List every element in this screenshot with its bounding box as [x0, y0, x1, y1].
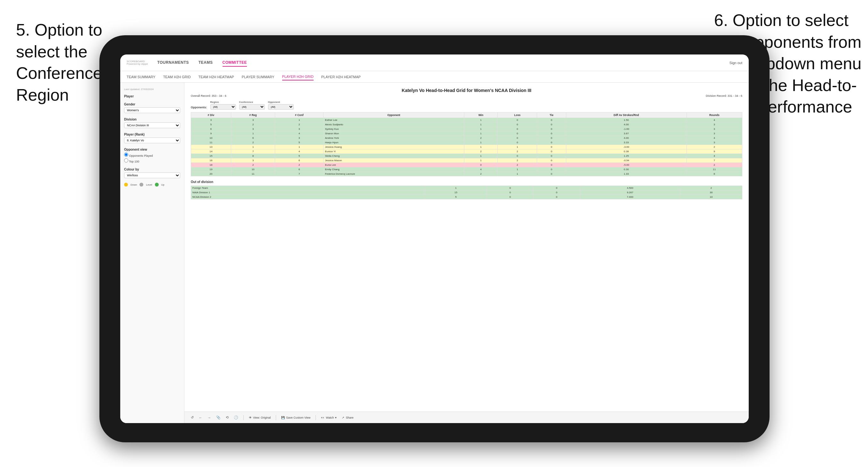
division-select[interactable]: NCAA Division III [124, 122, 180, 128]
cell-div: 9 [191, 131, 231, 136]
cell-win: 0 [464, 163, 498, 167]
filter-row: Opponents: Region (All) Conference (All) [191, 101, 742, 110]
cell-diff: 4.00 [566, 136, 686, 141]
cell-loss: 2 [498, 158, 537, 163]
conference-filter-select[interactable]: (All) [239, 104, 265, 110]
cell-loss: 1 [498, 145, 537, 149]
undo-icon[interactable]: ↺ [191, 415, 194, 419]
subnav-team-summary[interactable]: TEAM SUMMARY [127, 74, 156, 80]
cell-loss: 0 [498, 154, 537, 158]
up-label: Up [161, 183, 164, 186]
opponent-filter-group: Opponent (All) [268, 101, 294, 110]
gender-select[interactable]: Women's [124, 107, 180, 113]
col-loss: Loss [498, 113, 537, 118]
cell-rounds: 6 [686, 172, 742, 176]
clock-icon[interactable]: 🕐 [234, 415, 238, 419]
records-row: Overall Record: 353 - 34 - 6 Division Re… [191, 94, 742, 97]
cell-rounds: 4 [686, 118, 742, 122]
view-original-btn[interactable]: 👁 View: Original [249, 416, 271, 419]
nav-tournaments[interactable]: TOURNAMENTS [157, 59, 189, 67]
player-rank-label: Player (Rank) [124, 133, 180, 136]
grid-content: Katelyn Vo Head-to-Head Grid for Women's… [184, 83, 749, 423]
out-cell-win: 5 [425, 195, 487, 199]
cell-tie: 0 [537, 131, 566, 136]
cell-win: 1 [464, 118, 498, 122]
out-cell-tie: 0 [533, 195, 580, 199]
cell-conf: 3 [275, 127, 323, 131]
cell-opponent: Eunice Yi [323, 149, 464, 154]
clip-icon[interactable]: 📎 [216, 415, 221, 419]
subnav: TEAM SUMMARY TEAM H2H GRID TEAM H2H HEAT… [120, 71, 749, 83]
subnav-team-h2h-grid[interactable]: TEAM H2H GRID [163, 74, 191, 80]
player-rank-select[interactable]: 8. Katelyn Vo [124, 137, 180, 143]
dot-up [155, 183, 159, 187]
cell-tie: 0 [537, 145, 566, 149]
cell-tie: 0 [537, 158, 566, 163]
out-cell-opponent: Foreign Team [191, 186, 425, 190]
cell-tie: 0 [537, 122, 566, 127]
cell-opponent: Andrea York [323, 136, 464, 141]
sidebar-colour-section: Colour by Win/loss [124, 168, 180, 178]
cell-diff: 1.25 [566, 154, 686, 158]
last-updated: Last Updated: 27/03/2024 [124, 88, 180, 91]
subnav-player-h2h-grid[interactable]: PLAYER H2H GRID [282, 73, 314, 81]
opponents-played-radio[interactable] [124, 153, 128, 157]
col-tie: Tie [537, 113, 566, 118]
subnav-team-h2h-heatmap[interactable]: TEAM H2H HEATMAP [198, 74, 234, 80]
subnav-player-summary[interactable]: PLAYER SUMMARY [242, 74, 275, 80]
cell-rounds: 3 [686, 127, 742, 131]
conference-filter-group: Conference (All) [239, 101, 265, 110]
table-row: 11 2 5 Heejo Hyun 1 0 0 3.33 3 [191, 141, 742, 145]
cell-loss: 0 [498, 141, 537, 145]
back-icon[interactable]: ← [199, 416, 202, 419]
col-rounds: Rounds [686, 113, 742, 118]
out-of-division-header: Out of division [191, 180, 742, 184]
save-custom-btn[interactable]: 💾 Save Custom View [281, 416, 310, 419]
out-cell-loss: 0 [487, 195, 533, 199]
cell-div: 6 [191, 127, 231, 131]
cell-opponent: Euna Lee [323, 163, 464, 167]
cell-opponent: Alexis Sudjianto [323, 122, 464, 127]
cell-diff: 1.33 [566, 172, 686, 176]
h2h-table: # Div # Reg # Conf Opponent Win Loss Tie… [191, 112, 742, 176]
cell-diff: 0.38 [566, 149, 686, 154]
cell-div: 10 [191, 136, 231, 141]
cell-reg: 2 [231, 141, 275, 145]
nav-signin[interactable]: Sign out [730, 61, 742, 65]
region-filter-select[interactable]: (All) [210, 104, 236, 110]
watch-btn[interactable]: 👀 Watch ▾ [321, 416, 337, 419]
table-row: 13 1 1 Jessica Huang 1 1 0 -3.00 2 [191, 145, 742, 149]
undo2-icon[interactable]: ⟲ [226, 415, 228, 419]
out-cell-rounds: 30 [680, 190, 742, 195]
cell-reg: 2 [231, 163, 275, 167]
top100-radio[interactable] [124, 158, 128, 162]
sidebar-opponent-view-section: Opponent view Opponents Played Top 100 [124, 148, 180, 163]
cell-loss: 0 [498, 131, 537, 136]
opponent-filter-label: Opponent [268, 101, 294, 103]
cell-win: 1 [464, 131, 498, 136]
out-cell-diff: 9.267 [580, 190, 680, 195]
share-btn[interactable]: ↗ Share [342, 416, 353, 419]
tablet-frame: SCOREBOARD Powered by clippd TOURNAMENTS… [99, 35, 770, 442]
cell-loss: 2 [498, 163, 537, 167]
dot-down [124, 183, 128, 187]
forward-icon[interactable]: → [208, 416, 211, 419]
nav-committee[interactable]: COMMITTEE [222, 59, 247, 67]
colour-by-select[interactable]: Win/loss [124, 173, 180, 178]
subnav-player-h2h-heatmap[interactable]: PLAYER H2H HEATMAP [321, 74, 361, 80]
cell-loss: 1 [498, 167, 537, 172]
cell-reg: 3 [231, 118, 275, 122]
cell-win: 1 [464, 122, 498, 127]
opponent-filter-select[interactable]: (All) [268, 104, 294, 110]
dot-level [140, 183, 143, 187]
cell-rounds: 7 [686, 158, 742, 163]
cell-opponent: Emily Chang [323, 167, 464, 172]
cell-conf: 5 [275, 154, 323, 158]
overall-record: Overall Record: 353 - 34 - 6 [191, 94, 226, 97]
view-original-label: View: Original [253, 416, 271, 419]
cell-reg: 7 [231, 149, 275, 154]
out-cell-opponent: NAIA Division 1 [191, 190, 425, 195]
cell-reg: 11 [231, 172, 275, 176]
cell-div: 15 [191, 154, 231, 158]
nav-teams[interactable]: TEAMS [198, 59, 213, 67]
